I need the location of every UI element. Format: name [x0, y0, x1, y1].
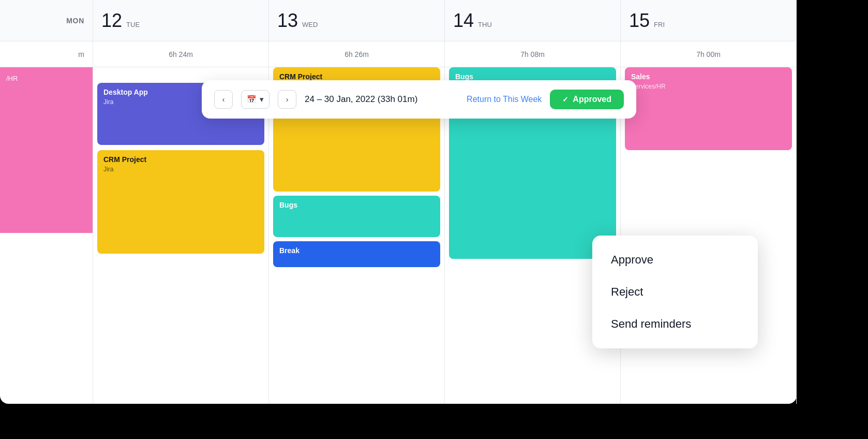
dropdown-menu: Approve Reject Send reminders [592, 236, 758, 348]
fri-day-number: 15 [629, 11, 650, 30]
thu-day-label: THU [478, 21, 492, 28]
hours-row: m 6h 24m 6h 26m 7h 08m 7h 00m [0, 41, 797, 67]
approved-check-icon: ✓ [562, 95, 568, 104]
body-col-mon: /HR [0, 67, 93, 404]
calendar-icon: 📅 [247, 95, 257, 104]
tue-day-label: TUE [126, 21, 140, 28]
approved-label: Approved [573, 95, 611, 104]
wed-day-label: WED [302, 21, 318, 28]
hours-fri-value: 7h 00m [696, 50, 721, 58]
tue-crm-subtitle: Jira [103, 166, 258, 173]
calendar-header: MON 12 TUE 13 WED 14 THU 15 FRI [0, 0, 797, 41]
hours-wed-cell: 6h 26m [269, 41, 445, 67]
header-col-wed: 13 WED [269, 0, 445, 41]
mon-event-label: /HR [6, 75, 18, 82]
next-arrow-icon: › [286, 95, 289, 104]
calendar-picker-button[interactable]: 📅 ▾ [241, 90, 270, 109]
hours-thu-cell: 7h 08m [445, 41, 621, 67]
header-col-thu: 14 THU [445, 0, 621, 41]
wed-bugs-title: Bugs [279, 201, 434, 209]
hours-mon-value: m [78, 50, 84, 58]
fri-sales-title: Sales [631, 72, 786, 81]
hours-tue-cell: 6h 24m [93, 41, 269, 67]
fri-sales-event[interactable]: Sales Services/HR [625, 67, 792, 150]
wed-break-title: Break [279, 246, 434, 255]
thu-bugs-title: Bugs [455, 72, 610, 81]
dropdown-reject-item[interactable]: Reject [592, 276, 758, 308]
mon-day-label: MON [66, 17, 84, 25]
hours-mon-cell: m [0, 41, 93, 67]
fri-day-label: FRI [654, 21, 665, 28]
wed-bugs-event[interactable]: Bugs [273, 196, 440, 237]
header-col-mon: MON [0, 0, 93, 41]
dropdown-approve-item[interactable]: Approve [592, 244, 758, 276]
wed-day-number: 13 [277, 11, 298, 30]
hours-thu-value: 7h 08m [520, 50, 545, 58]
mon-event-block[interactable]: /HR [0, 67, 93, 233]
fri-sales-subtitle: Services/HR [631, 83, 786, 90]
hours-fri-cell: 7h 00m [621, 41, 797, 67]
wed-break-event[interactable]: Break [273, 241, 440, 267]
hours-tue-value: 6h 24m [169, 50, 193, 58]
next-week-button[interactable]: › [278, 90, 296, 109]
header-col-tue: 12 TUE [93, 0, 269, 41]
nav-bar: ‹ 📅 ▾ › 24 – 30 Jan, 2022 (33h 01m) Retu… [202, 80, 636, 119]
return-to-this-week-link[interactable]: Return to This Week [467, 95, 542, 104]
dropdown-send-reminders-item[interactable]: Send reminders [592, 308, 758, 340]
date-range-label: 24 – 30 Jan, 2022 (33h 01m) [305, 94, 458, 105]
tue-crm-event[interactable]: CRM Project Jira [97, 150, 264, 254]
tue-crm-title: CRM Project [103, 155, 258, 164]
thu-day-number: 14 [453, 11, 474, 30]
hours-wed-value: 6h 26m [345, 50, 369, 58]
prev-week-button[interactable]: ‹ [214, 90, 233, 109]
wed-crm-title: CRM Project [279, 72, 434, 81]
prev-arrow-icon: ‹ [222, 95, 225, 104]
chevron-down-icon: ▾ [260, 95, 264, 104]
tue-day-number: 12 [101, 11, 122, 30]
approved-button[interactable]: ✓ Approved [550, 90, 624, 109]
header-col-fri: 15 FRI [621, 0, 797, 41]
